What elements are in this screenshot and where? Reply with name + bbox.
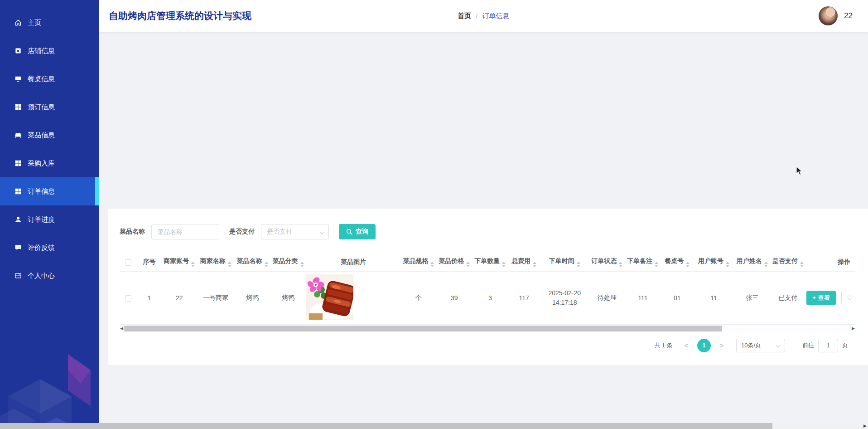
progress-icon: [14, 216, 22, 223]
sort-icon[interactable]: [577, 262, 580, 267]
sidebar-item-2[interactable]: 店铺信息: [0, 37, 99, 65]
page-size-value: 10条/页: [741, 341, 761, 350]
page-1-button[interactable]: 1: [697, 339, 711, 352]
orders-table-wrap: 序号商家账号商家名称菜品名称菜品分类菜品图片菜品规格菜品价格下单数量总费用下单时…: [120, 253, 855, 325]
sort-icon[interactable]: [800, 262, 804, 267]
sort-icon[interactable]: [502, 262, 506, 267]
next-page-button[interactable]: >: [720, 342, 723, 349]
paid-select[interactable]: 是否支付: [261, 224, 329, 239]
query-button[interactable]: 查询: [339, 224, 376, 239]
column-header[interactable]: 订单状态: [589, 253, 625, 271]
sidebar-item-9[interactable]: 评价反馈: [0, 234, 99, 262]
sidebar-item-8[interactable]: 订单进度: [0, 205, 99, 234]
order-card: 菜品名称 是否支付 是否支付 查询 序号商家账号商家名称菜品名称菜品分类菜品图片…: [108, 209, 868, 365]
table-icon: [14, 75, 22, 83]
query-button-label: 查询: [356, 228, 368, 236]
table-header-row: 序号商家账号商家名称菜品名称菜品分类菜品图片菜品规格菜品价格下单数量总费用下单时…: [120, 253, 855, 271]
sort-icon[interactable]: [686, 262, 690, 267]
breadcrumb-home[interactable]: 首页: [458, 12, 471, 20]
column-header[interactable]: 用户姓名: [734, 253, 770, 271]
sort-icon[interactable]: [726, 262, 729, 267]
select-all-checkbox-cell: [120, 253, 137, 271]
column-header[interactable]: 下单时间: [540, 253, 589, 271]
table-row: 122一号商家烤鸭烤鸭个3931172025-02-20 14:17:18待处理…: [120, 271, 855, 324]
page-title: 自助烤肉店管理系统的设计与实现: [109, 10, 251, 22]
sidebar-item-label: 店铺信息: [28, 47, 55, 55]
sort-icon[interactable]: [533, 262, 536, 267]
profile-icon: [14, 272, 22, 279]
scroll-right-arrow-icon[interactable]: ▶: [852, 326, 855, 332]
column-header[interactable]: 餐桌号: [661, 253, 694, 271]
user-avatar[interactable]: [819, 6, 838, 25]
sidebar-item-1[interactable]: 主页: [0, 9, 99, 37]
table-cell: 张三: [734, 271, 770, 324]
sidebar-item-7[interactable]: 订单信息: [0, 177, 99, 205]
sidebar-item-4[interactable]: 预订信息: [0, 93, 99, 121]
view-button[interactable]: +查看: [806, 291, 836, 305]
sort-icon[interactable]: [228, 262, 231, 267]
breadcrumb-current[interactable]: 订单信息: [482, 12, 509, 20]
table-scrollbar-thumb[interactable]: [124, 326, 722, 332]
goto-unit: 页: [842, 341, 848, 350]
main-content: 菜品名称 是否支付 是否支付 查询 序号商家账号商家名称菜品名称菜品分类菜品图片…: [99, 32, 868, 429]
sidebar-item-6[interactable]: 采购入库: [0, 149, 99, 177]
column-header[interactable]: 是否支付: [770, 253, 805, 271]
page-size-select[interactable]: 10条/页: [736, 339, 785, 352]
dish-name-input[interactable]: [151, 224, 219, 239]
table-cell: 个: [400, 271, 437, 324]
order-progress-button[interactable]: ♡订单: [841, 291, 855, 305]
column-header: 序号: [137, 253, 162, 271]
row-checkbox[interactable]: [125, 295, 131, 302]
column-header[interactable]: 商家账号: [162, 253, 197, 271]
goto-page-input[interactable]: [818, 339, 838, 352]
home-icon: [14, 19, 22, 26]
sort-icon[interactable]: [265, 262, 268, 267]
search-form: 菜品名称 是否支付 是否支付 查询: [120, 224, 868, 239]
sort-icon[interactable]: [466, 262, 470, 267]
column-header: 操作: [805, 253, 855, 271]
chevron-down-icon: [320, 230, 324, 234]
column-header[interactable]: 总费用: [508, 253, 540, 271]
actions-cell: +查看♡订单: [805, 271, 855, 324]
window-scrollbar-thumb[interactable]: [0, 423, 772, 429]
column-header[interactable]: 下单数量: [472, 253, 508, 271]
sidebar-item-label: 采购入库: [28, 159, 55, 168]
shop-icon: [14, 47, 22, 54]
table-cell: 117: [508, 271, 540, 324]
pagination: 共 1 条 < 1 > 10条/页 前往 页: [120, 339, 868, 352]
column-header[interactable]: 菜品价格: [437, 253, 472, 271]
column-header[interactable]: 用户账号: [694, 253, 734, 271]
sort-icon[interactable]: [764, 262, 768, 267]
column-header[interactable]: 下单备注: [625, 253, 661, 271]
column-header[interactable]: 菜品名称: [235, 253, 270, 271]
sort-icon[interactable]: [300, 262, 304, 267]
pagination-total: 共 1 条: [654, 341, 672, 350]
table-horizontal-scrollbar[interactable]: ◀ ▶: [120, 325, 855, 332]
sort-icon[interactable]: [655, 262, 658, 267]
goto-page: 前往 页: [802, 339, 848, 352]
sort-icon[interactable]: [619, 262, 622, 267]
column-header[interactable]: 商家名称: [197, 253, 235, 271]
scroll-right-arrow-icon[interactable]: ▶: [863, 423, 867, 429]
select-all-checkbox[interactable]: [125, 259, 131, 266]
sidebar-item-5[interactable]: 菜品信息: [0, 121, 99, 149]
order-icon: [14, 188, 22, 195]
paid-select-placeholder: 是否支付: [267, 228, 292, 236]
chevron-down-icon: [776, 343, 780, 347]
sort-icon[interactable]: [430, 262, 434, 267]
column-header[interactable]: 菜品分类: [270, 253, 306, 271]
table-cell: 22: [162, 271, 197, 324]
sidebar-item-label: 菜品信息: [28, 131, 55, 140]
sidebar-item-label: 主页: [28, 19, 41, 27]
scroll-left-arrow-icon[interactable]: ◀: [120, 326, 123, 332]
table-cell: 一号商家: [197, 271, 235, 324]
prev-page-button[interactable]: <: [685, 342, 688, 349]
sidebar-item-3[interactable]: 餐桌信息: [0, 65, 99, 93]
feedback-icon: [14, 244, 22, 251]
sidebar-item-label: 个人中心: [28, 272, 55, 280]
window-horizontal-scrollbar[interactable]: ▶: [0, 423, 868, 429]
sort-icon[interactable]: [191, 262, 195, 267]
column-header[interactable]: 菜品规格: [400, 253, 437, 271]
sidebar-item-10[interactable]: 个人中心: [0, 262, 99, 290]
user-badge: 22: [844, 11, 853, 20]
